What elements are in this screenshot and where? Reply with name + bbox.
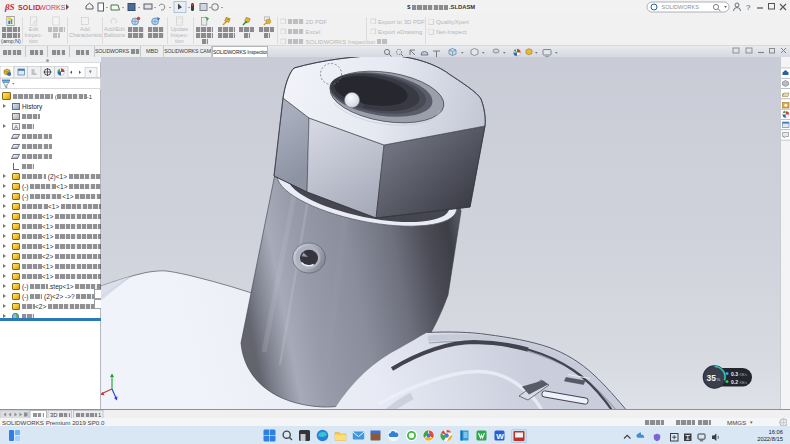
svg-text:35: 35 (707, 373, 717, 383)
svg-text:.SLDASM: .SLDASM (449, 4, 475, 10)
svg-text:%: % (717, 377, 721, 382)
svg-text:KB/s: KB/s (740, 381, 748, 385)
svg-text:0.2: 0.2 (731, 379, 738, 385)
svg-text:W: W (496, 432, 504, 441)
svg-text:WORKS: WORKS (39, 4, 66, 11)
svg-text:0.3: 0.3 (731, 371, 738, 377)
svg-text:SOLID: SOLID (18, 4, 40, 11)
svg-text:SOLIDWORKS: SOLIDWORKS (660, 4, 700, 10)
svg-text:KB/s: KB/s (740, 373, 748, 377)
svg-text:s: s (407, 3, 411, 10)
svg-text:?: ? (746, 3, 751, 12)
svg-text:βS: βS (4, 2, 15, 12)
